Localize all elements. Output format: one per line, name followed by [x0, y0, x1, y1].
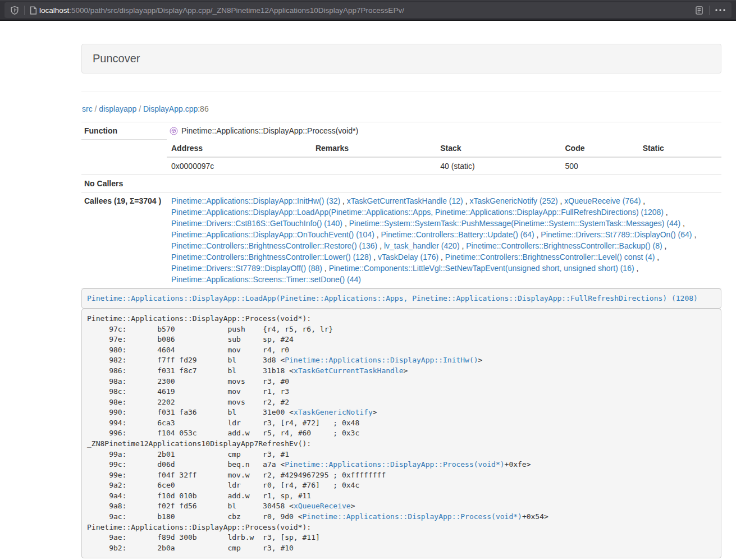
col-stack: Stack: [436, 140, 560, 157]
callee-link[interactable]: xTaskGenericNotify (252): [469, 196, 557, 205]
callees-label: Callees (19, Σ=3704 ): [81, 192, 167, 288]
callee-separator: ,: [371, 253, 378, 261]
browser-toolbar: localhost:5000/path/src/displayapp/Displ…: [0, 0, 736, 21]
callee-link[interactable]: Pinetime::Drivers::St7789::DisplayOn() (…: [541, 230, 692, 239]
breadcrumb-link[interactable]: displayapp: [99, 104, 136, 113]
callee-separator: ,: [641, 196, 645, 205]
breadcrumb-separator: /: [136, 104, 143, 113]
breadcrumb-link[interactable]: DisplayApp.cpp: [143, 104, 198, 113]
page-title: Puncover: [93, 52, 710, 65]
remarks-value: [311, 157, 436, 175]
col-address: Address: [167, 140, 311, 157]
asm-symbol-link[interactable]: Pinetime::Applications::DisplayApp::Proc…: [303, 512, 522, 521]
callee-link[interactable]: Pinetime::Controllers::BrightnessControl…: [171, 241, 377, 250]
divider: [81, 91, 721, 91]
url-text[interactable]: localhost:5000/path/src/displayapp/Displ…: [39, 6, 688, 15]
asm-symbol-link[interactable]: xQueueReceive: [294, 502, 351, 510]
symbol-cube-icon: [170, 127, 178, 135]
callsite-link[interactable]: Pinetime::Applications::DisplayApp::Load…: [87, 294, 698, 302]
callee-separator: ,: [463, 196, 470, 205]
callee-link[interactable]: vTaskDelay (176): [378, 253, 438, 261]
breadcrumb-line-number: :86: [198, 104, 208, 113]
stack-value: 40 (static): [436, 157, 560, 175]
brand-panel: Puncover: [81, 44, 721, 74]
callee-separator: ,: [662, 241, 667, 250]
callee-link[interactable]: lv_task_handler (420): [384, 241, 460, 250]
callee-separator: ,: [322, 264, 329, 273]
callee-separator: ,: [680, 219, 685, 228]
static-value: [638, 157, 721, 175]
callee-link[interactable]: Pinetime::Applications::Screens::Timer::…: [171, 275, 361, 284]
function-name: Pinetime::Applications::DisplayApp::Proc…: [181, 125, 358, 136]
callee-link[interactable]: Pinetime::System::SystemTask::PushMessag…: [349, 219, 681, 228]
callee-link[interactable]: Pinetime::Applications::DisplayApp::Load…: [171, 208, 664, 217]
callee-separator: ,: [664, 208, 668, 217]
metrics-table: Address Remarks Stack Code Static 0x0000…: [167, 140, 721, 175]
no-callers-label: No Callers: [81, 175, 167, 192]
callee-separator: ,: [692, 230, 697, 239]
function-label: Function: [81, 122, 167, 140]
callee-separator: ,: [377, 241, 384, 250]
callee-separator: ,: [438, 253, 445, 261]
asm-symbol-link[interactable]: xTaskGetCurrentTaskHandle: [294, 366, 404, 375]
callee-link[interactable]: Pinetime::Controllers::Battery::Update()…: [381, 230, 534, 239]
col-static: Static: [638, 140, 721, 157]
breadcrumb-separator: /: [93, 104, 99, 113]
address-value: 0x0000097c: [167, 157, 311, 175]
page-icon[interactable]: [30, 6, 37, 15]
url-path: :5000/path/src/displayapp/DisplayApp.cpp…: [69, 6, 404, 15]
callee-separator: ,: [342, 219, 349, 228]
callee-separator: ,: [558, 196, 565, 205]
asm-symbol-link[interactable]: xTaskGenericNotify: [294, 408, 373, 416]
callee-link[interactable]: Pinetime::Drivers::Cst816S::GetTouchInfo…: [171, 219, 342, 228]
no-callers-row: No Callers: [81, 175, 721, 192]
metrics-values-row: 0x0000097c 40 (static) 500: [167, 157, 721, 175]
col-code: Code: [560, 140, 638, 157]
function-row: Function Pinetime::Applications::Display…: [81, 122, 721, 140]
callee-separator: ,: [460, 241, 467, 250]
ellipsis-menu-icon[interactable]: [715, 8, 726, 12]
callees-list: Pinetime::Applications::DisplayApp::Init…: [167, 192, 721, 288]
toolbar-divider: [709, 6, 710, 15]
asm-symbol-link[interactable]: Pinetime::Applications::DisplayApp::Init…: [285, 356, 478, 364]
callee-separator: ,: [340, 196, 347, 205]
callee-separator: ,: [634, 264, 639, 273]
callee-separator: ,: [374, 230, 381, 239]
callee-separator: ,: [534, 230, 541, 239]
callee-link[interactable]: Pinetime::Controllers::BrightnessControl…: [445, 253, 655, 261]
metrics-row: Address Remarks Stack Code Static 0x0000…: [81, 140, 721, 175]
breadcrumb-link[interactable]: src: [82, 104, 93, 113]
toolbar-divider: [24, 6, 25, 15]
callee-separator: ,: [655, 253, 659, 261]
page-container: Puncover src / displayapp / DisplayApp.c…: [81, 44, 721, 558]
reader-mode-icon[interactable]: [694, 6, 704, 15]
callee-link[interactable]: Pinetime::Components::LittleVgl::SetNewT…: [329, 264, 634, 273]
shield-icon[interactable]: [10, 6, 19, 15]
col-remarks: Remarks: [311, 140, 436, 157]
url-bar[interactable]: localhost:5000/path/src/displayapp/Displ…: [4, 2, 732, 18]
callee-link[interactable]: Pinetime::Controllers::BrightnessControl…: [466, 241, 662, 250]
disassembly-listing: Pinetime::Applications::DisplayApp::Proc…: [81, 309, 721, 558]
callee-link[interactable]: xTaskGetCurrentTaskHandle (12): [347, 196, 463, 205]
callee-link[interactable]: xQueueReceive (764): [564, 196, 641, 205]
callee-link[interactable]: Pinetime::Applications::DisplayApp::OnTo…: [171, 230, 374, 239]
callee-link[interactable]: Pinetime::Applications::DisplayApp::Init…: [171, 196, 340, 205]
code-value: 500: [560, 157, 638, 175]
url-host: localhost: [39, 6, 69, 15]
callee-link[interactable]: Pinetime::Drivers::St7789::DisplayOff() …: [171, 264, 322, 273]
breadcrumb: src / displayapp / DisplayApp.cpp:86: [82, 103, 721, 114]
function-table: Function Pinetime::Applications::Display…: [81, 122, 721, 288]
callees-row: Callees (19, Σ=3704 ) Pinetime::Applicat…: [81, 192, 721, 288]
callee-link[interactable]: Pinetime::Controllers::BrightnessControl…: [171, 253, 371, 261]
asm-symbol-link[interactable]: Pinetime::Applications::DisplayApp::Proc…: [285, 460, 504, 469]
callsite-snippet: Pinetime::Applications::DisplayApp::Load…: [81, 288, 721, 309]
